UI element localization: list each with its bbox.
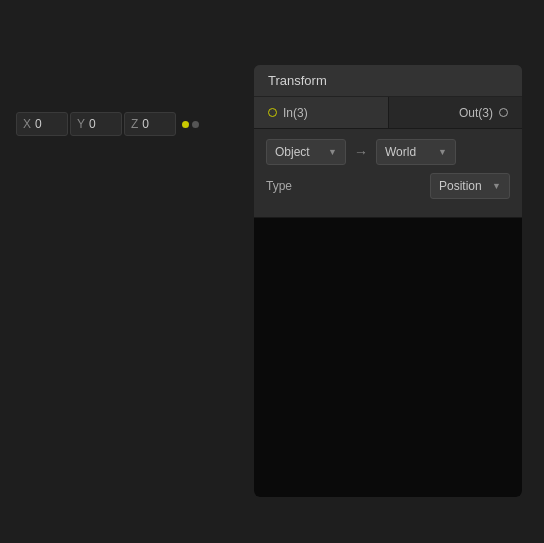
transform-panel: Transform In(3) Out(3) Object ▼ → World xyxy=(254,65,522,497)
panel-header: Transform xyxy=(254,65,522,97)
type-dropdown-arrow: ▼ xyxy=(492,181,501,191)
panel-black-area xyxy=(254,217,522,497)
y-label: Y xyxy=(77,117,85,131)
tab-out-label: Out(3) xyxy=(459,106,493,120)
y-field[interactable]: Y 0 xyxy=(70,112,122,136)
type-dropdown-value: Position xyxy=(439,179,482,193)
x-label: X xyxy=(23,117,31,131)
tab-in[interactable]: In(3) xyxy=(254,97,389,128)
main-area: X 0 Y 0 Z 0 Transform In(3) Out(3) xyxy=(0,0,544,543)
z-field[interactable]: Z 0 xyxy=(124,112,176,136)
from-dropdown-value: Object xyxy=(275,145,310,159)
dot-gray xyxy=(192,121,199,128)
z-value: 0 xyxy=(142,117,149,131)
y-value: 0 xyxy=(89,117,96,131)
type-label: Type xyxy=(266,179,292,193)
tab-in-circle xyxy=(268,108,277,117)
arrow-icon: → xyxy=(354,144,368,160)
xyz-row: X 0 Y 0 Z 0 xyxy=(16,112,203,136)
type-dropdown[interactable]: Position ▼ xyxy=(430,173,510,199)
from-dropdown[interactable]: Object ▼ xyxy=(266,139,346,165)
to-dropdown-value: World xyxy=(385,145,416,159)
from-dropdown-arrow: ▼ xyxy=(328,147,337,157)
connector-dots xyxy=(182,121,199,128)
to-dropdown[interactable]: World ▼ xyxy=(376,139,456,165)
x-field[interactable]: X 0 xyxy=(16,112,68,136)
panel-tabs: In(3) Out(3) xyxy=(254,97,522,129)
panel-title: Transform xyxy=(268,73,327,88)
x-value: 0 xyxy=(35,117,42,131)
dot-yellow xyxy=(182,121,189,128)
to-dropdown-arrow: ▼ xyxy=(438,147,447,157)
panel-content: Object ▼ → World ▼ Type Position ▼ xyxy=(254,129,522,217)
z-label: Z xyxy=(131,117,138,131)
tab-in-label: In(3) xyxy=(283,106,308,120)
from-to-row: Object ▼ → World ▼ xyxy=(266,139,510,165)
type-row: Type Position ▼ xyxy=(266,173,510,199)
tab-out[interactable]: Out(3) xyxy=(389,97,523,128)
tab-out-circle xyxy=(499,108,508,117)
